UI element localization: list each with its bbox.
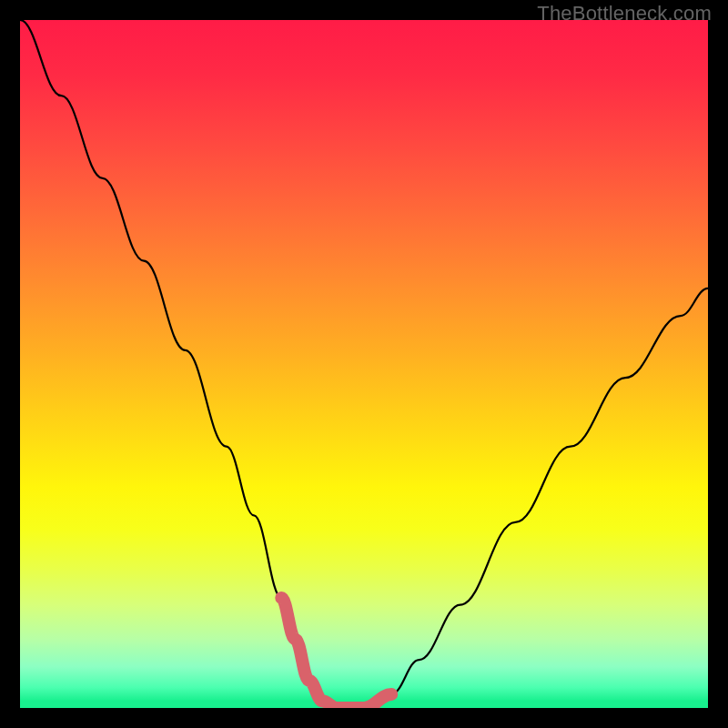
optimal-band [281, 598, 391, 708]
watermark: TheBottleneck.com [537, 2, 712, 25]
plot-area [20, 20, 708, 708]
plot-svg [20, 20, 708, 708]
chart-frame: TheBottleneck.com [0, 0, 728, 728]
bottleneck-curve [20, 20, 708, 708]
